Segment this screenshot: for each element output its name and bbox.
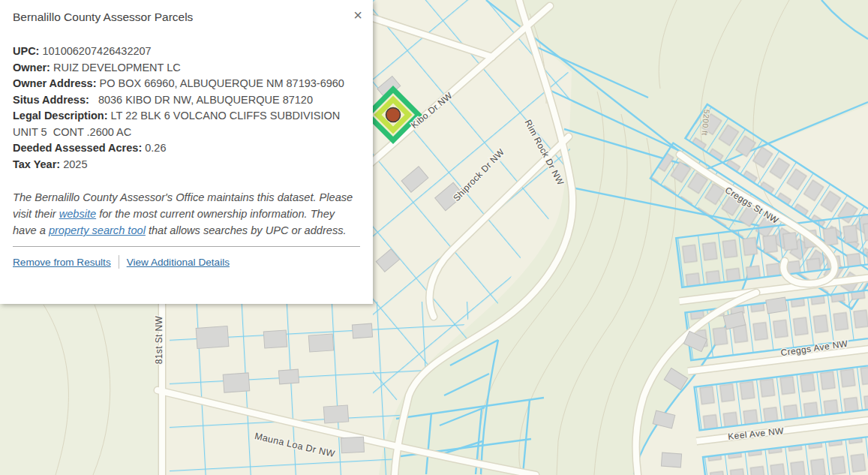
field-label: Legal Description:	[13, 110, 108, 122]
popup-actions: Remove from Results View Additional Deta…	[13, 255, 360, 269]
property-search-tool-link[interactable]: property search tool	[49, 224, 146, 236]
field-label: Deeded Assessed Acres:	[13, 142, 142, 154]
disclaimer-part3: that allows searches by UPC or address.	[149, 224, 347, 236]
field-label: UPC:	[13, 45, 39, 57]
field-label: Owner:	[13, 62, 50, 74]
field-value: 101006207426432207	[42, 45, 151, 57]
field-value: RUIZ DEVELOPMENT LC	[53, 62, 181, 74]
actions-divider	[119, 255, 119, 269]
marker-dot	[386, 108, 401, 122]
field-row: UPC: 101006207426432207	[13, 44, 360, 60]
remove-from-results-link[interactable]: Remove from Results	[13, 257, 111, 268]
field-label: Tax Year:	[13, 158, 60, 170]
parcel-fields: UPC: 101006207426432207Owner: RUIZ DEVEL…	[13, 44, 360, 173]
street-label: 81st St NW	[154, 315, 164, 364]
close-icon[interactable]: ×	[353, 8, 362, 23]
disclaimer-text: The Bernalillo County Assessor's Office …	[13, 189, 360, 239]
field-value: 2025	[63, 158, 87, 170]
field-row: Owner Address: PO BOX 66960, ALBUQUERQUE…	[13, 76, 360, 92]
field-label: Situs Address:	[13, 94, 89, 106]
popup-divider	[13, 246, 360, 247]
website-link[interactable]: website	[59, 208, 96, 220]
popup-panel: × Bernalillo County Assessor Parcels UPC…	[0, 0, 373, 304]
field-row: Owner: RUIZ DEVELOPMENT LC	[13, 60, 360, 77]
field-value: 8036 KIBO DR NW, ALBUQUERQUE 87120	[92, 94, 313, 106]
field-label: Owner Address:	[13, 77, 96, 89]
field-value: 0.26	[145, 142, 166, 154]
view-additional-details-link[interactable]: View Additional Details	[127, 257, 230, 268]
field-row: Deeded Assessed Acres: 0.26	[13, 140, 360, 157]
field-value: PO BOX 66960, ALBUQUERQUE NM 87193-6960	[100, 77, 344, 89]
field-row: Tax Year: 2025	[13, 157, 360, 173]
popup-title: Bernalillo County Assessor Parcels	[13, 11, 341, 24]
field-row: Situs Address: 8036 KIBO DR NW, ALBUQUER…	[13, 92, 360, 109]
field-row: Legal Description: LT 22 BLK 6 VOLCANO C…	[13, 108, 360, 140]
